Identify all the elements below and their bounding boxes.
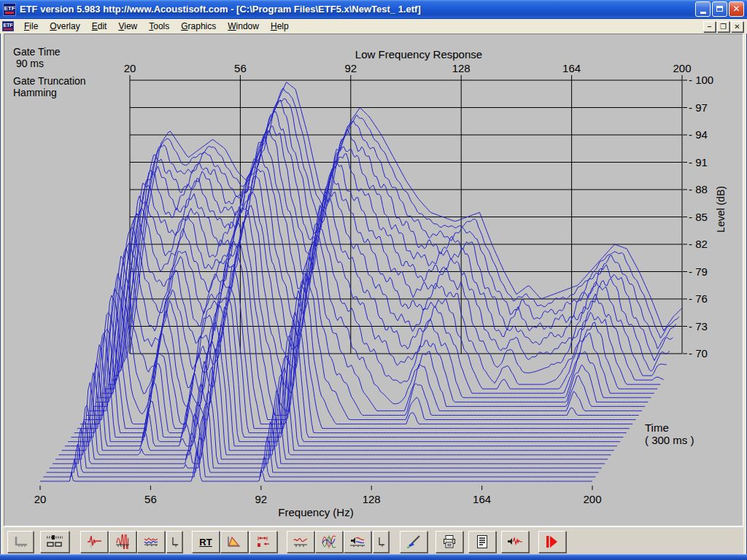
small-scale-button-1[interactable] — [166, 531, 182, 553]
speaker-wave-icon — [506, 534, 524, 549]
color-editor-button[interactable] — [400, 531, 427, 553]
phase-response-button[interactable] — [315, 531, 343, 553]
restore-button[interactable] — [712, 1, 727, 17]
menu-item-overlay[interactable]: Overlay — [44, 20, 85, 33]
decay-icon — [226, 534, 242, 549]
rt60-button[interactable]: RT — [192, 531, 220, 553]
rt-label: RT — [199, 537, 212, 548]
periodic-wave-icon — [115, 534, 131, 549]
freq-response-icon — [293, 534, 309, 549]
time-domain-button[interactable] — [109, 531, 136, 553]
minimize-button[interactable] — [695, 1, 711, 17]
printer-icon — [441, 534, 457, 549]
menu-item-tools[interactable]: Tools — [143, 20, 175, 33]
mini-axis-icon — [170, 534, 179, 549]
print-button[interactable] — [436, 531, 463, 553]
mdi-close-button[interactable]: ✕ — [731, 21, 743, 32]
gating-button[interactable] — [249, 531, 277, 553]
plot-client-area — [4, 34, 743, 526]
etf-app-icon: ETF — [3, 3, 16, 16]
etf-document-icon: ETF — [2, 21, 14, 31]
window-frame-bottom — [0, 554, 747, 560]
mdi-restore-button[interactable]: ❐ — [717, 21, 729, 32]
speaker-response-button[interactable] — [344, 531, 371, 553]
sliders-icon — [45, 534, 64, 549]
menu-item-graphics[interactable]: Graphics — [175, 20, 222, 33]
menu-item-file[interactable]: File — [18, 20, 44, 33]
menu-bar: ETF FileOverlayEditViewToolsGraphicsWind… — [0, 19, 747, 34]
paintbrush-icon — [406, 534, 422, 549]
window-frame-right — [743, 34, 747, 560]
mini-axis-icon — [376, 534, 385, 549]
minimize-icon — [700, 12, 706, 14]
bottom-toolbar: RT — [4, 526, 743, 554]
phase-icon — [321, 534, 337, 549]
impulse-icon — [86, 534, 102, 549]
waterfall-display-button[interactable] — [7, 531, 34, 553]
energy-decay-button[interactable] — [220, 531, 248, 553]
run-measurement-button[interactable] — [538, 531, 566, 553]
menu-item-window[interactable]: Window — [222, 20, 265, 33]
speaker-curves-icon — [349, 534, 366, 549]
axis-icon — [12, 534, 28, 549]
menu-item-view[interactable]: View — [112, 20, 143, 33]
overlay-waves-icon — [143, 534, 159, 549]
play-icon — [544, 534, 560, 549]
close-icon: ✕ — [732, 4, 740, 14]
close-button[interactable]: ✕ — [729, 1, 744, 17]
menu-item-edit[interactable]: Edit — [86, 20, 113, 33]
document-icon — [474, 534, 490, 549]
mdi-minimize-button[interactable]: – — [703, 21, 716, 32]
impulse-response-button[interactable] — [80, 531, 108, 553]
notes-button[interactable] — [468, 531, 496, 553]
small-scale-button-2[interactable] — [373, 531, 389, 553]
overlay-comparison-button[interactable] — [137, 531, 165, 553]
frequency-response-button[interactable] — [287, 531, 314, 553]
title-bar: ETF ETF version 5.983 http://www.Acousti… — [0, 0, 747, 19]
restore-icon — [716, 6, 723, 12]
measurement-button[interactable] — [501, 531, 529, 553]
menu-item-help[interactable]: Help — [265, 20, 295, 33]
window-title: ETF version 5.983 http://www.Acoustisoft… — [20, 4, 695, 15]
display-layout-button[interactable] — [40, 531, 69, 553]
gate-arrows-icon — [255, 534, 271, 549]
